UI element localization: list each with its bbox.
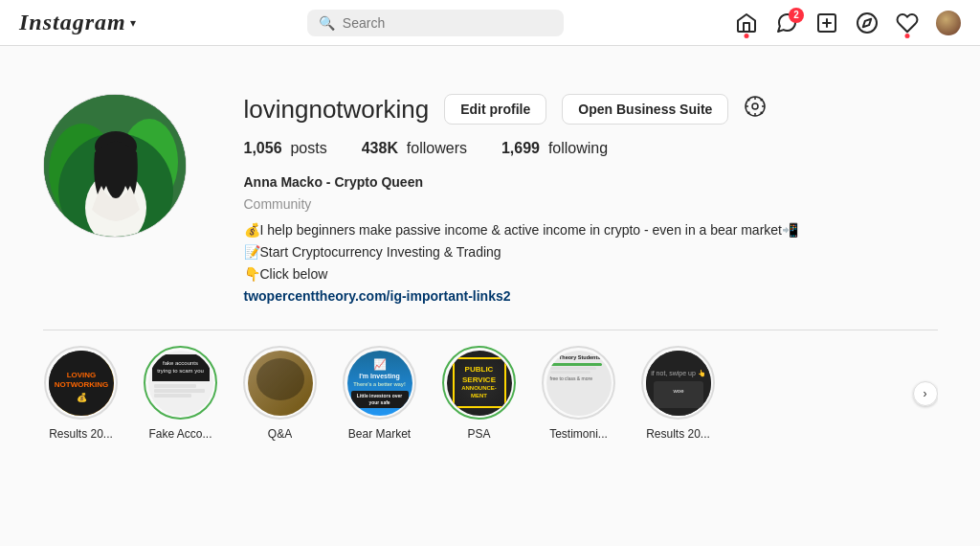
svg-text:LOVING: LOVING xyxy=(66,371,96,379)
highlight-label: Q&A xyxy=(268,427,292,441)
bio-line3: 👇Click below xyxy=(244,264,938,284)
bio-name: Anna Macko - Crypto Queen xyxy=(244,172,938,193)
bio-link[interactable]: twopercenttheory.com/ig-important-links2 xyxy=(244,286,938,307)
messages-icon[interactable]: 2 xyxy=(775,11,798,34)
navbar-center: 🔍 xyxy=(136,10,735,36)
posts-stat[interactable]: 1,056 posts xyxy=(244,140,327,157)
profile-info: lovingnotworking Edit profile Open Busin… xyxy=(244,94,938,307)
edit-profile-button[interactable]: Edit profile xyxy=(444,94,546,125)
highlights-row: LOVING NOTWORKING 💰 Results 20... fake a… xyxy=(43,346,938,441)
highlight-label: Results 20... xyxy=(646,427,710,441)
bio-category: Community xyxy=(244,194,938,215)
highlight-circle: 📈 I'm Investing There's a better way! Li… xyxy=(343,346,416,420)
messages-badge: 2 xyxy=(789,8,804,23)
highlight-thumbnail: PUBLIC SERVICE ANNOUNCE- MENT xyxy=(447,351,512,416)
app-logo[interactable]: Instagram xyxy=(19,10,126,35)
svg-marker-4 xyxy=(863,18,871,26)
highlight-item[interactable]: Q&A xyxy=(242,346,319,441)
highlight-item[interactable]: if not, swipe up 👆 woe Results 20... xyxy=(640,346,717,441)
profile-header: lovingnotworking Edit profile Open Busin… xyxy=(43,65,938,330)
profile-username: lovingnotworking xyxy=(244,95,430,125)
highlight-thumbnail: fake accountstrying to scam you xyxy=(148,351,213,416)
svg-point-3 xyxy=(858,13,877,33)
search-icon: 🔍 xyxy=(319,15,335,31)
highlight-thumbnail xyxy=(248,351,313,416)
highlight-label: Bear Market xyxy=(348,427,411,441)
svg-text:if not, swipe up 👆: if not, swipe up 👆 xyxy=(651,369,706,377)
navbar-left: Instagram ▾ xyxy=(19,10,136,35)
following-count: 1,699 xyxy=(501,140,540,156)
posts-count: 1,056 xyxy=(244,140,282,156)
svg-text:woe: woe xyxy=(672,388,684,394)
followers-label: followers xyxy=(407,140,467,156)
highlight-item[interactable]: LOVING NOTWORKING 💰 Results 20... xyxy=(43,346,120,441)
highlight-circle xyxy=(243,346,317,420)
highlight-label: Fake Acco... xyxy=(148,427,212,441)
highlights-section: LOVING NOTWORKING 💰 Results 20... fake a… xyxy=(43,330,938,456)
profile-bio: Anna Macko - Crypto Queen Community 💰I h… xyxy=(244,172,938,307)
highlight-circle: 2% Theory Students free to class & more xyxy=(542,346,615,420)
highlight-label: PSA xyxy=(467,427,490,441)
svg-point-15 xyxy=(752,103,758,109)
highlight-label: Testimoni... xyxy=(549,427,608,441)
highlights-next-button[interactable]: › xyxy=(913,381,938,406)
open-business-suite-button[interactable]: Open Business Suite xyxy=(562,94,728,125)
navbar: Instagram ▾ 🔍 2 xyxy=(0,0,980,46)
svg-rect-32 xyxy=(654,381,703,408)
home-icon[interactable] xyxy=(735,11,758,34)
bio-line1: 💰I help beginners make passive income & … xyxy=(244,220,938,240)
posts-label: posts xyxy=(290,140,326,156)
highlight-thumbnail: 2% Theory Students free to class & more xyxy=(546,351,612,416)
search-input[interactable] xyxy=(343,15,552,31)
profile-avatar[interactable] xyxy=(936,11,961,35)
highlight-circle: if not, swipe up 👆 woe xyxy=(641,346,715,420)
profile-name-row: lovingnotworking Edit profile Open Busin… xyxy=(244,94,938,125)
highlight-circle: LOVING NOTWORKING 💰 xyxy=(44,346,118,420)
followers-count: 438K xyxy=(362,140,398,156)
search-box[interactable]: 🔍 xyxy=(307,10,564,36)
bio-line2: 📝Start Cryptocurrency Investing & Tradin… xyxy=(244,242,938,262)
followers-stat[interactable]: 438K followers xyxy=(362,140,467,157)
highlight-item[interactable]: fake accountstrying to scam you Fake Acc… xyxy=(143,346,219,441)
profile-avatar-wrap xyxy=(43,94,187,238)
highlight-circle-active: fake accountstrying to scam you xyxy=(144,346,217,420)
following-label: following xyxy=(548,140,608,156)
new-post-icon[interactable] xyxy=(815,11,838,34)
highlight-thumbnail: if not, swipe up 👆 woe xyxy=(646,351,711,416)
highlight-item[interactable]: PUBLIC SERVICE ANNOUNCE- MENT PSA xyxy=(441,346,518,441)
settings-icon[interactable] xyxy=(744,95,767,124)
highlight-circle-active: PUBLIC SERVICE ANNOUNCE- MENT xyxy=(442,346,516,420)
svg-text:NOTWORKING: NOTWORKING xyxy=(54,380,107,389)
navbar-right: 2 xyxy=(735,11,961,35)
highlight-item[interactable]: 2% Theory Students free to class & more … xyxy=(541,346,617,441)
profile-avatar-image xyxy=(43,94,187,238)
svg-text:💰: 💰 xyxy=(76,392,87,403)
profile-stats: 1,056 posts 438K followers 1,699 followi… xyxy=(244,140,938,157)
svg-point-29 xyxy=(256,358,304,400)
highlight-item[interactable]: 📈 I'm Investing There's a better way! Li… xyxy=(342,346,418,441)
following-stat[interactable]: 1,699 following xyxy=(501,140,608,157)
heart-icon[interactable] xyxy=(896,11,919,34)
explore-icon[interactable] xyxy=(856,11,879,34)
highlight-thumbnail: LOVING NOTWORKING 💰 xyxy=(49,351,114,416)
highlight-label: Results 20... xyxy=(49,427,113,441)
main-content: lovingnotworking Edit profile Open Busin… xyxy=(43,0,938,456)
highlight-thumbnail: 📈 I'm Investing There's a better way! Li… xyxy=(347,351,412,416)
